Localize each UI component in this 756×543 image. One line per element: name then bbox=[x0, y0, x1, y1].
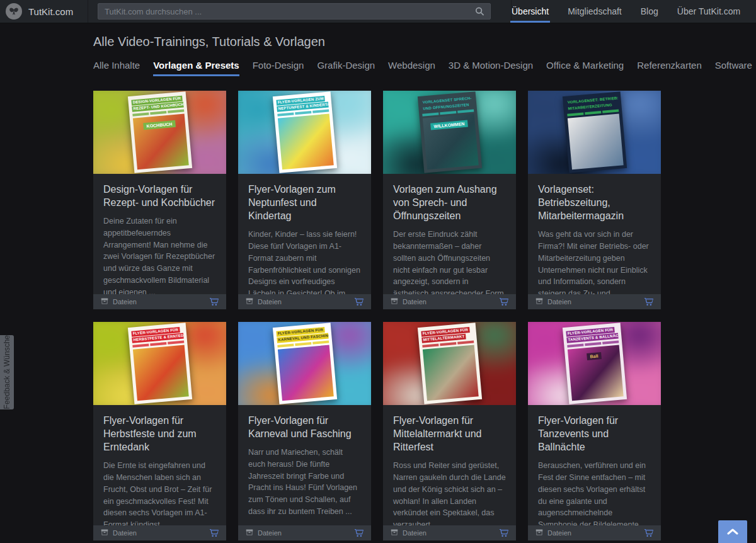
content-card: FLYER-VORLAGEN FÜR KARNEVAL UND FASCHING… bbox=[238, 322, 371, 540]
files-label: Dateien bbox=[258, 298, 282, 306]
cart-icon[interactable] bbox=[499, 529, 508, 537]
card-footer: Dateien bbox=[528, 525, 661, 540]
card-description: Kinder, Kinder – lass sie feiern! Diese … bbox=[248, 229, 361, 294]
files-label: Dateien bbox=[113, 529, 137, 537]
card-thumbnail[interactable]: VORLAGENSET SPRECH- UND ÖFFNUNGSZEITEN W… bbox=[383, 91, 516, 174]
cart-icon[interactable] bbox=[209, 297, 219, 306]
nav-item-ueber-tutkit[interactable]: Über TutKit.com bbox=[677, 0, 740, 23]
card-thumbnail[interactable]: FLYER-VORLAGEN FÜR MITTELALTERMARKT bbox=[383, 322, 516, 405]
feedback-tab[interactable]: Feedback & Wünsche bbox=[0, 335, 14, 409]
card-body: Vorlagen zum Aushang von Sprech- und Öff… bbox=[383, 174, 516, 294]
poster-collage: KOCHBUCH bbox=[132, 113, 188, 169]
files-label: Dateien bbox=[403, 529, 427, 537]
cart-icon[interactable] bbox=[354, 529, 364, 537]
search-icon[interactable] bbox=[475, 7, 484, 16]
tab-referenzkarten[interactable]: Referenzkarten bbox=[637, 60, 702, 76]
files-label: Dateien bbox=[547, 529, 571, 537]
card-title[interactable]: Flyer-Vorlagen für Mittelaltermarkt und … bbox=[393, 414, 506, 454]
card-footer: Dateien bbox=[528, 294, 661, 309]
card-title[interactable]: Design-Vorlagen für Rezept- und Kochbüch… bbox=[103, 183, 216, 209]
feedback-tab-label: Feedback & Wünsche bbox=[3, 335, 11, 409]
poster-label: WILLKOMMEN bbox=[430, 120, 468, 130]
search-input[interactable] bbox=[98, 3, 491, 20]
poster-label: Ball bbox=[587, 352, 602, 360]
card-thumbnail[interactable]: VORLAGENSET: BETRIEBS- & MITARBEITERZEIT… bbox=[528, 91, 661, 174]
thumbnail-poster: FLYER-VORLAGEN FÜR MITTELALTERMARKT bbox=[417, 323, 481, 404]
brand-logo[interactable]: TutKit.com bbox=[0, 0, 88, 23]
tab-foto-design[interactable]: Foto-Design bbox=[253, 60, 304, 76]
cart-icon[interactable] bbox=[499, 297, 508, 306]
card-thumbnail[interactable]: DESIGN-VORLAGEN FÜR REZEPT- UND KOCHBÜCH… bbox=[93, 91, 226, 174]
category-tabs: Alle Inhalte Vorlagen & Presets Foto-Des… bbox=[93, 60, 662, 76]
files-icon bbox=[246, 296, 253, 307]
card-footer: Dateien bbox=[93, 294, 226, 309]
cart-icon[interactable] bbox=[209, 529, 219, 537]
content-card: FLYER-VORLAGEN FÜR HERBSTFESTE & ERNTEDA… bbox=[93, 322, 226, 540]
tab-alle-inhalte[interactable]: Alle Inhalte bbox=[93, 60, 140, 76]
card-footer: Dateien bbox=[383, 525, 516, 540]
card-title[interactable]: Flyer-Vorlagen für Tanzevents und Ballnä… bbox=[538, 414, 651, 454]
card-description: Deine Zutaten für ein appetitbefeuerndes… bbox=[103, 215, 216, 294]
tab-vorlagen-presets[interactable]: Vorlagen & Presets bbox=[153, 60, 239, 76]
cart-icon[interactable] bbox=[354, 297, 364, 306]
thumbnail-poster: VORLAGENSET: BETRIEBS- & MITARBEITERZEIT… bbox=[562, 91, 626, 173]
scroll-to-top-button[interactable] bbox=[718, 520, 747, 543]
nav-item-blog[interactable]: Blog bbox=[641, 0, 658, 23]
card-thumbnail[interactable]: FLYER-VORLAGEN FÜR KARNEVAL UND FASCHING bbox=[238, 322, 371, 405]
poster-collage bbox=[277, 345, 333, 401]
files-icon bbox=[101, 296, 108, 307]
content-card: FLYER-VORLAGEN FÜR TANZEVENTS & BALLNÄCH… bbox=[528, 322, 661, 540]
card-description: Narr und Mariechen, schält euch heraus! … bbox=[248, 447, 361, 518]
content-card: VORLAGENSET SPRECH- UND ÖFFNUNGSZEITEN W… bbox=[383, 91, 516, 309]
card-description: Was geht da vor sich in der Firma?! Mit … bbox=[538, 229, 651, 294]
tab-webdesign[interactable]: Webdesign bbox=[388, 60, 435, 76]
thumbnail-poster: VORLAGENSET SPRECH- UND ÖFFNUNGSZEITEN W… bbox=[417, 91, 481, 173]
poster-collage bbox=[132, 345, 188, 401]
card-body: Design-Vorlagen für Rezept- und Kochbüch… bbox=[93, 174, 226, 294]
files-icon bbox=[391, 296, 398, 307]
tab-grafik-design[interactable]: Grafik-Design bbox=[317, 60, 375, 76]
card-title[interactable]: Flyer-Vorlagen für Herbstfeste und zum E… bbox=[103, 414, 216, 454]
tab-3d-motion-design[interactable]: 3D & Motion-Design bbox=[449, 60, 533, 76]
nav-item-uebersicht[interactable]: Übersicht bbox=[512, 0, 549, 23]
poster-collage: WILLKOMMEN bbox=[422, 113, 478, 169]
card-title[interactable]: Flyer-Vorlagen für Karneval und Fasching bbox=[248, 414, 361, 440]
files-icon bbox=[536, 296, 543, 307]
card-thumbnail[interactable]: FLYER-VORLAGEN ZUM NEPTUNFEST & KINDERTA… bbox=[238, 91, 371, 174]
files-label: Dateien bbox=[113, 298, 137, 306]
thumbnail-poster: FLYER-VORLAGEN FÜR TANZEVENTS & BALLNÄCH… bbox=[562, 323, 626, 404]
card-title[interactable]: Flyer-Vorlagen zum Neptunfest und Kinder… bbox=[248, 183, 361, 222]
files-label: Dateien bbox=[547, 298, 571, 306]
card-body: Flyer-Vorlagen für Herbstfeste und zum E… bbox=[93, 405, 226, 525]
top-bar: TutKit.com Übersicht Mitgliedschaft Blog… bbox=[0, 0, 756, 23]
content-card: FLYER-VORLAGEN ZUM NEPTUNFEST & KINDERTA… bbox=[238, 91, 371, 309]
content-card: FLYER-VORLAGEN FÜR MITTELALTERMARKT Flye… bbox=[383, 322, 516, 540]
chevron-up-icon bbox=[727, 526, 738, 537]
files-icon bbox=[101, 527, 108, 539]
thumbnail-poster: FLYER-VORLAGEN FÜR KARNEVAL UND FASCHING bbox=[272, 323, 336, 404]
main-content: Alle Video-Trainings, Tutorials & Vorlag… bbox=[0, 35, 662, 540]
card-thumbnail[interactable]: FLYER-VORLAGEN FÜR TANZEVENTS & BALLNÄCH… bbox=[528, 322, 661, 405]
card-body: Flyer-Vorlagen für Karneval und Fasching… bbox=[238, 405, 371, 525]
nav-item-mitgliedschaft[interactable]: Mitgliedschaft bbox=[568, 0, 622, 23]
thumbnail-poster: FLYER-VORLAGEN FÜR HERBSTFESTE & ERNTEDA… bbox=[127, 323, 192, 404]
card-thumbnail[interactable]: FLYER-VORLAGEN FÜR HERBSTFESTE & ERNTEDA… bbox=[93, 322, 226, 405]
files-icon bbox=[536, 527, 543, 539]
card-body: Flyer-Vorlagen für Mittelaltermarkt und … bbox=[383, 405, 516, 525]
cart-icon[interactable] bbox=[644, 529, 653, 537]
card-footer: Dateien bbox=[238, 525, 371, 540]
files-label: Dateien bbox=[403, 298, 427, 306]
card-title[interactable]: Vorlagen zum Aushang von Sprech- und Öff… bbox=[393, 183, 506, 222]
thumbnail-poster: DESIGN-VORLAGEN FÜR REZEPT- UND KOCHBÜCH… bbox=[127, 91, 192, 173]
card-body: Flyer-Vorlagen für Tanzevents und Ballnä… bbox=[528, 405, 661, 525]
tab-office-marketing[interactable]: Office & Marketing bbox=[546, 60, 624, 76]
card-title[interactable]: Vorlagenset: Betriebszeitung, Mitarbeite… bbox=[538, 183, 651, 222]
files-icon bbox=[246, 527, 253, 539]
tab-software[interactable]: Software bbox=[715, 60, 752, 76]
tutkit-logo-icon bbox=[6, 3, 22, 20]
card-description: Die Ernte ist eingefahren und die Mensch… bbox=[103, 460, 216, 525]
card-description: Berauschen, verführen und ein Fest der S… bbox=[538, 460, 651, 525]
card-body: Vorlagenset: Betriebszeitung, Mitarbeite… bbox=[528, 174, 661, 294]
cart-icon[interactable] bbox=[644, 297, 653, 306]
card-description: Ross und Reiter sind gerüstet, Narren ga… bbox=[393, 460, 506, 525]
